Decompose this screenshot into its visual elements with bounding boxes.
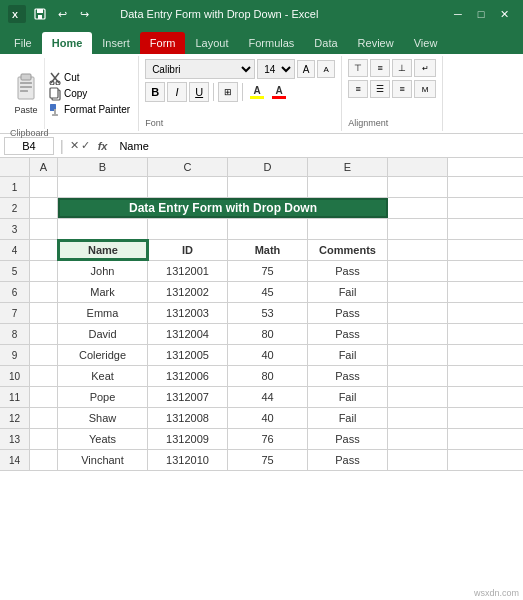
cell-e3[interactable] bbox=[308, 219, 388, 239]
font-name-select[interactable]: Calibri bbox=[145, 59, 255, 79]
cell-f14[interactable] bbox=[388, 450, 448, 470]
cut-button[interactable]: Cut bbox=[49, 71, 130, 85]
align-left-btn[interactable]: ≡ bbox=[348, 80, 368, 98]
cell-f12[interactable] bbox=[388, 408, 448, 428]
highlight-color-btn[interactable]: A bbox=[247, 85, 267, 99]
cell-d6[interactable]: 45 bbox=[228, 282, 308, 302]
close-btn[interactable]: ✕ bbox=[493, 5, 515, 23]
cell-d13[interactable]: 76 bbox=[228, 429, 308, 449]
paste-button[interactable]: Paste bbox=[8, 58, 45, 129]
cell-c8[interactable]: 1312004 bbox=[148, 324, 228, 344]
col-header-c[interactable]: C bbox=[148, 158, 228, 176]
cell-f6[interactable] bbox=[388, 282, 448, 302]
bold-btn[interactable]: B bbox=[145, 82, 165, 102]
cell-c11[interactable]: 1312007 bbox=[148, 387, 228, 407]
cell-e8[interactable]: Pass bbox=[308, 324, 388, 344]
cell-d1[interactable] bbox=[228, 177, 308, 197]
cell-a10[interactable] bbox=[30, 366, 58, 386]
cell-a13[interactable] bbox=[30, 429, 58, 449]
cell-f1[interactable] bbox=[388, 177, 448, 197]
cell-d9[interactable]: 40 bbox=[228, 345, 308, 365]
cell-a3[interactable] bbox=[30, 219, 58, 239]
cell-e11[interactable]: Fail bbox=[308, 387, 388, 407]
cell-c14[interactable]: 1312010 bbox=[148, 450, 228, 470]
cell-b12[interactable]: Shaw bbox=[58, 408, 148, 428]
cell-a9[interactable] bbox=[30, 345, 58, 365]
tab-home[interactable]: Home bbox=[42, 32, 93, 54]
cell-c1[interactable] bbox=[148, 177, 228, 197]
format-painter-button[interactable]: Format Painter bbox=[49, 103, 130, 117]
formula-cancel-btn[interactable]: ✕ bbox=[70, 139, 79, 152]
increase-font-btn[interactable]: A bbox=[297, 60, 315, 78]
cell-d5[interactable]: 75 bbox=[228, 261, 308, 281]
cell-d12[interactable]: 40 bbox=[228, 408, 308, 428]
cell-b4[interactable]: Name bbox=[58, 240, 148, 260]
cell-a6[interactable] bbox=[30, 282, 58, 302]
cell-e5[interactable]: Pass bbox=[308, 261, 388, 281]
align-right-btn[interactable]: ≡ bbox=[392, 80, 412, 98]
formula-input[interactable] bbox=[115, 140, 519, 152]
cell-b14[interactable]: Vinchant bbox=[58, 450, 148, 470]
wrap-text-btn[interactable]: ↵ bbox=[414, 59, 436, 77]
cell-d4[interactable]: Math bbox=[228, 240, 308, 260]
cell-c6[interactable]: 1312002 bbox=[148, 282, 228, 302]
cell-f9[interactable] bbox=[388, 345, 448, 365]
cell-f3[interactable] bbox=[388, 219, 448, 239]
cell-b11[interactable]: Pope bbox=[58, 387, 148, 407]
align-top-btn[interactable]: ⊤ bbox=[348, 59, 368, 77]
font-size-select[interactable]: 14 bbox=[257, 59, 295, 79]
tab-review[interactable]: Review bbox=[348, 32, 404, 54]
merge-btn[interactable]: M bbox=[414, 80, 436, 98]
cell-d8[interactable]: 80 bbox=[228, 324, 308, 344]
cell-d14[interactable]: 75 bbox=[228, 450, 308, 470]
cell-d3[interactable] bbox=[228, 219, 308, 239]
cell-e6[interactable]: Fail bbox=[308, 282, 388, 302]
cell-b10[interactable]: Keat bbox=[58, 366, 148, 386]
cell-f8[interactable] bbox=[388, 324, 448, 344]
cell-f11[interactable] bbox=[388, 387, 448, 407]
copy-button[interactable]: Copy bbox=[49, 87, 130, 101]
cell-e9[interactable]: Fail bbox=[308, 345, 388, 365]
cell-e1[interactable] bbox=[308, 177, 388, 197]
cell-b9[interactable]: Coleridge bbox=[58, 345, 148, 365]
col-header-f[interactable] bbox=[388, 158, 448, 176]
cell-b7[interactable]: Emma bbox=[58, 303, 148, 323]
formula-confirm-btn[interactable]: ✓ bbox=[81, 139, 90, 152]
cell-b5[interactable]: John bbox=[58, 261, 148, 281]
cell-a4[interactable] bbox=[30, 240, 58, 260]
cell-f4[interactable] bbox=[388, 240, 448, 260]
maximize-btn[interactable]: □ bbox=[470, 5, 492, 23]
cell-a8[interactable] bbox=[30, 324, 58, 344]
cell-e14[interactable]: Pass bbox=[308, 450, 388, 470]
cell-d7[interactable]: 53 bbox=[228, 303, 308, 323]
cell-c12[interactable]: 1312008 bbox=[148, 408, 228, 428]
tab-formulas[interactable]: Formulas bbox=[239, 32, 305, 54]
cell-c4[interactable]: ID bbox=[148, 240, 228, 260]
font-color-btn[interactable]: A bbox=[269, 85, 289, 99]
tab-layout[interactable]: Layout bbox=[185, 32, 238, 54]
cell-d10[interactable]: 80 bbox=[228, 366, 308, 386]
undo-quick-btn[interactable]: ↩ bbox=[52, 4, 72, 24]
cell-b1[interactable] bbox=[58, 177, 148, 197]
cell-b6[interactable]: Mark bbox=[58, 282, 148, 302]
cell-b13[interactable]: Yeats bbox=[58, 429, 148, 449]
cell-b8[interactable]: David bbox=[58, 324, 148, 344]
cell-c3[interactable] bbox=[148, 219, 228, 239]
col-header-b[interactable]: B bbox=[58, 158, 148, 176]
save-quick-btn[interactable] bbox=[30, 4, 50, 24]
decrease-font-btn[interactable]: A bbox=[317, 60, 335, 78]
cell-e10[interactable]: Pass bbox=[308, 366, 388, 386]
cell-a14[interactable] bbox=[30, 450, 58, 470]
cell-a2[interactable] bbox=[30, 198, 58, 218]
cell-f10[interactable] bbox=[388, 366, 448, 386]
cell-e4[interactable]: Comments bbox=[308, 240, 388, 260]
tab-data[interactable]: Data bbox=[304, 32, 347, 54]
cell-f5[interactable] bbox=[388, 261, 448, 281]
cell-e7[interactable]: Pass bbox=[308, 303, 388, 323]
underline-btn[interactable]: U bbox=[189, 82, 209, 102]
cell-c5[interactable]: 1312001 bbox=[148, 261, 228, 281]
cell-b3[interactable] bbox=[58, 219, 148, 239]
italic-btn[interactable]: I bbox=[167, 82, 187, 102]
cell-a12[interactable] bbox=[30, 408, 58, 428]
align-bottom-btn[interactable]: ⊥ bbox=[392, 59, 412, 77]
